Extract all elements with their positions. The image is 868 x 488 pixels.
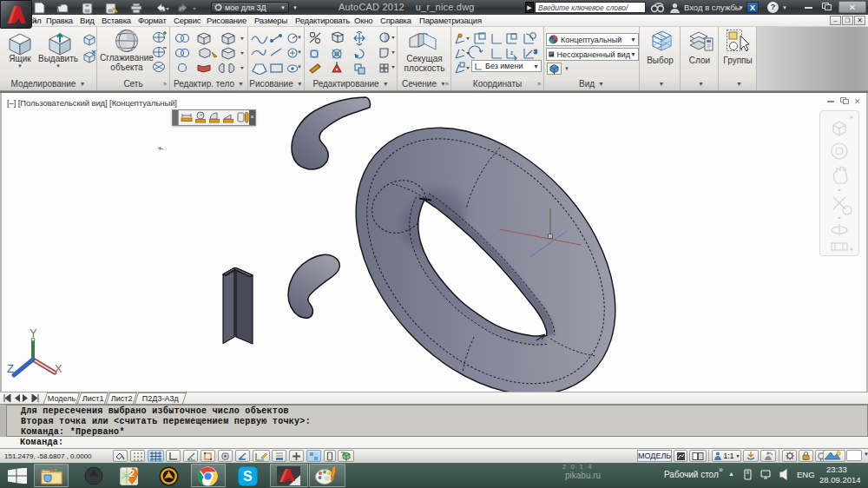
svg-text:Z: Z <box>7 362 14 375</box>
svg-text:Y: Y <box>30 326 37 340</box>
svg-text:z: z <box>510 49 514 56</box>
svg-text:S: S <box>243 469 253 484</box>
svg-text:X: X <box>55 362 62 375</box>
svg-text:2: 2 <box>129 468 135 478</box>
svg-text:3: 3 <box>534 49 537 55</box>
